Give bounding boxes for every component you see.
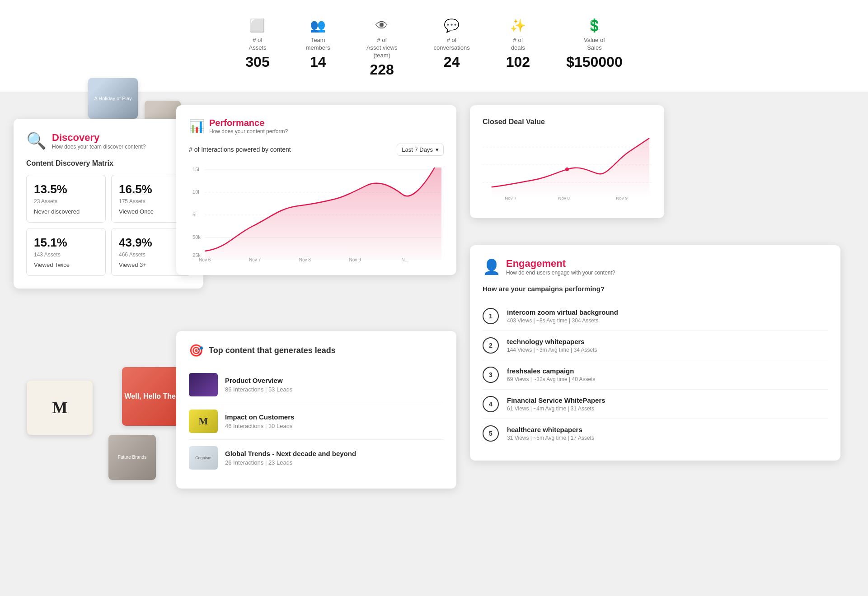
matrix-label-3plus: Viewed 3+ (119, 261, 183, 268)
sales-label: Value ofSales (566, 37, 623, 52)
lead-thumb-impact: M (189, 410, 218, 433)
svg-text:50k: 50k (192, 234, 201, 240)
lead-name-global-trends: Global Trends - Next decade and beyond (225, 450, 444, 457)
campaign-info-5: healthcare whitepapers 31 Views | ~5m Av… (507, 426, 828, 441)
lead-item-impact: M Impact on Customers 46 Interactions | … (189, 403, 444, 440)
lead-thumb-global-trends: Cognism (189, 446, 218, 470)
campaign-item-3: 3 freshsales campaign 69 Views | ~32s Av… (483, 360, 828, 390)
campaign-num-5: 5 (483, 425, 499, 442)
discovery-subtitle: How does your team discover content? (52, 144, 145, 150)
performance-subtitle: How does your content perform? (209, 128, 288, 135)
engagement-icon: 👤 (483, 258, 501, 275)
lead-stats-impact: 46 Interactions | 30 Leads (225, 423, 444, 429)
campaign-num-3: 3 (483, 367, 499, 383)
views-icon: 👁 (366, 18, 398, 33)
performance-header: 📊 Performance How does your content perf… (189, 118, 444, 135)
campaign-stats-2: 144 Views | ~3m Avg time | 34 Assets (507, 347, 828, 353)
svg-text:Nov 7: Nov 7 (505, 196, 516, 200)
campaign-info-4: Financial Service WhitePapers 61 Views |… (507, 396, 828, 412)
matrix-pct-twice: 15.1% (34, 236, 98, 250)
campaign-stats-3: 69 Views | ~32s Avg time | 40 Assets (507, 376, 828, 382)
deals-value: 102 (506, 54, 530, 70)
chart-header: # of Interactions powered by content Las… (189, 144, 444, 156)
assets-label: # ofAssets (245, 37, 269, 52)
discovery-icon: 🔍 (26, 131, 47, 150)
matrix-assets-once: 175 Assets (119, 198, 183, 205)
campaign-info-2: technology whitepapers 144 Views | ~3m A… (507, 338, 828, 353)
lead-item-product-overview: Product Overview 86 Interactions | 53 Le… (189, 367, 444, 403)
lead-info-global-trends: Global Trends - Next decade and beyond 2… (225, 450, 444, 466)
campaign-name-3: freshsales campaign (507, 367, 828, 375)
campaign-info-1: intercom zoom virtual background 403 Vie… (507, 308, 828, 324)
conversations-icon: 💬 (434, 18, 470, 33)
leads-panel: 🎯 Top content that generates leads Produ… (176, 331, 456, 489)
campaign-num-2: 2 (483, 337, 499, 354)
matrix-assets-3plus: 466 Assets (119, 251, 183, 258)
campaign-item-2: 2 technology whitepapers 144 Views | ~3m… (483, 331, 828, 360)
leads-title: Top content that generates leads (209, 346, 336, 355)
cdv-title: Closed Deal Value (483, 118, 652, 126)
cdv-chart: Nov 7 Nov 8 Nov 9 (483, 133, 652, 205)
matrix-pct-never: 13.5% (34, 182, 98, 196)
svg-text:N...: N... (402, 257, 409, 262)
deals-icon: ✨ (506, 18, 530, 33)
leads-icon: 🎯 (189, 344, 203, 358)
svg-text:10l: 10l (192, 189, 199, 195)
cdv-chart-svg: Nov 7 Nov 8 Nov 9 (483, 133, 652, 201)
campaign-name-4: Financial Service WhitePapers (507, 396, 828, 404)
svg-text:Nov 8: Nov 8 (299, 257, 311, 262)
stat-views: 👁 # ofAsset views(team) 228 (366, 18, 398, 78)
conversations-value: 24 (434, 54, 470, 70)
campaign-num-4: 4 (483, 396, 499, 412)
svg-text:Nov 6: Nov 6 (199, 257, 211, 262)
conversations-label: # ofconversations (434, 37, 470, 52)
views-label: # ofAsset views(team) (366, 37, 398, 60)
stat-team: 👥 Teammembers 14 (306, 18, 330, 70)
svg-text:Nov 8: Nov 8 (558, 196, 570, 200)
campaign-item-1: 1 intercom zoom virtual background 403 V… (483, 302, 828, 331)
discovery-header: 🔍 Discovery How does your team discover … (26, 131, 191, 150)
svg-text:Nov 9: Nov 9 (616, 196, 628, 200)
svg-text:Nov 7: Nov 7 (249, 257, 261, 262)
matrix-pct-once: 16.5% (119, 182, 183, 196)
campaign-stats-4: 61 Views | ~4m Avg time | 31 Assets (507, 405, 828, 412)
performance-panel: 📊 Performance How does your content perf… (176, 105, 456, 275)
matrix-cell-twice: 15.1% 143 Assets Viewed Twice (26, 228, 106, 276)
matrix-assets-never: 23 Assets (34, 198, 98, 205)
team-value: 14 (306, 54, 330, 70)
campaign-name-2: technology whitepapers (507, 338, 828, 345)
matrix-label-once: Viewed Once (119, 208, 183, 215)
stat-sales: 💲 Value ofSales $150000 (566, 18, 623, 70)
team-label: Teammembers (306, 37, 330, 52)
engagement-title: Engagement (506, 258, 615, 270)
matrix-pct-3plus: 43.9% (119, 236, 183, 250)
lead-thumb-m-letter: M (199, 415, 208, 427)
campaigns-title: How are your campaigns performing? (483, 285, 828, 293)
assets-icon: ⬜ (245, 18, 269, 33)
views-value: 228 (366, 61, 398, 78)
campaign-info-3: freshsales campaign 69 Views | ~32s Avg … (507, 367, 828, 382)
date-filter-button[interactable]: Last 7 Days ▾ (397, 144, 444, 156)
main-area: A Holiday of Play 🔍 Discovery How does y… (0, 92, 868, 596)
svg-text:Nov 9: Nov 9 (349, 257, 361, 262)
cdv-panel: Closed Deal Value Nov 7 Nov 8 Nov 9 (470, 105, 664, 218)
campaign-stats-1: 403 Views | ~8s Avg time | 304 Assets (507, 317, 828, 324)
leads-header: 🎯 Top content that generates leads (189, 344, 444, 358)
lead-info-product-overview: Product Overview 86 Interactions | 53 Le… (225, 377, 444, 393)
campaign-stats-5: 31 Views | ~5m Avg time | 17 Assets (507, 435, 828, 441)
stat-assets: ⬜ # ofAssets 305 (245, 18, 269, 70)
engagement-panel: 👤 Engagement How do end-users engage wit… (470, 245, 840, 461)
matrix-label-twice: Viewed Twice (34, 261, 98, 268)
engagement-subtitle: How do end-users engage with your conten… (506, 270, 615, 276)
matrix-title: Content Discovery Matrix (26, 159, 191, 168)
matrix-cell-never: 13.5% 23 Assets Never discovered (26, 175, 106, 223)
performance-icon: 📊 (189, 119, 205, 134)
performance-title: Performance (209, 118, 288, 128)
lead-name-impact: Impact on Customers (225, 413, 444, 421)
floating-image-holiday: A Holiday of Play (88, 78, 138, 119)
chevron-down-icon: ▾ (436, 146, 439, 153)
deals-label: # ofdeals (506, 37, 530, 52)
performance-chart: 15l 10l 5l 50k 25k (189, 163, 444, 262)
matrix-assets-twice: 143 Assets (34, 251, 98, 258)
matrix-label-never: Never discovered (34, 208, 98, 215)
